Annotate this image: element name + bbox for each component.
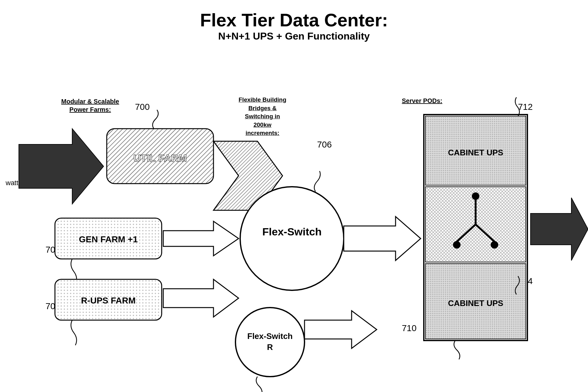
gen-to-switch-arrow — [163, 221, 239, 256]
watts-in-arrow — [19, 129, 104, 204]
rups-farm-label: R-UPS FARM — [81, 296, 136, 305]
diagram: Modular & ScalablePower Farms: Server PO… — [0, 47, 588, 392]
bits-out-arrow — [531, 198, 588, 260]
page-container: Flex Tier Data Center: N+N+1 UPS + Gen F… — [0, 0, 588, 392]
svg-point-16 — [491, 241, 498, 249]
switch-to-pods-top-arrow — [344, 217, 421, 260]
flex-switch-r-circle — [235, 308, 305, 377]
gen-farm-label: GEN FARM +1 — [79, 234, 138, 244]
flex-switch-circle — [240, 187, 344, 290]
title-area: Flex Tier Data Center: N+N+1 UPS + Gen F… — [0, 0, 588, 42]
switch-to-pods-bot-arrow — [305, 311, 377, 348]
flex-switch-r-text-1: Flex-Switch — [247, 331, 293, 341]
cabinet-ups-top-label: CABINET UPS — [448, 148, 503, 157]
rups-to-switch-arrow — [163, 279, 239, 317]
main-title: Flex Tier Data Center: — [0, 9, 588, 30]
svg-point-15 — [453, 241, 461, 249]
cabinet-ups-bot-label: CABINET UPS — [448, 298, 503, 308]
flex-switch-text-1: Flex-Switch — [262, 226, 322, 238]
flex-switch-r-text-2: R — [267, 342, 273, 352]
diagram-svg: UTIL FARM GEN FARM +1 R-UPS FARM — [0, 47, 588, 392]
svg-point-17 — [472, 192, 479, 200]
subtitle: N+N+1 UPS + Gen Functionality — [0, 30, 588, 42]
util-farm-label: UTIL FARM — [133, 153, 187, 164]
